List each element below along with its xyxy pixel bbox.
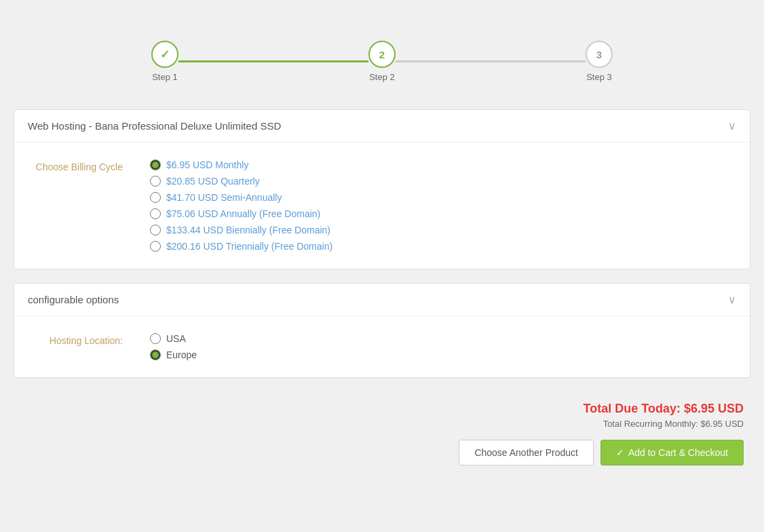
add-to-cart-label: Add to Cart & Checkout [628, 447, 728, 458]
billing-option-triennially[interactable]: $200.16 USD Triennially (Free Domain) [150, 241, 332, 252]
billing-label-semiannually[interactable]: $41.70 USD Semi-Annually [166, 192, 282, 203]
product-section: Web Hosting - Bana Professional Deluxe U… [14, 109, 750, 269]
config-section-body: Hosting Location: USA Europe [14, 316, 750, 377]
step-line-1 [178, 60, 368, 62]
location-options: USA Europe [150, 333, 197, 360]
step-2: 2 Step 2 [368, 41, 396, 82]
total-recurring: Total Recurring Monthly: $6.95 USD [603, 419, 744, 429]
step-3: 3 Step 3 [586, 41, 613, 82]
config-section: configurable options ∨ Hosting Location:… [14, 283, 750, 378]
product-chevron-icon: ∨ [728, 119, 736, 132]
location-label-usa[interactable]: USA [166, 333, 186, 344]
step-line-2 [396, 60, 586, 62]
billing-options: $6.95 USD Monthly $20.85 USD Quarterly $… [150, 159, 332, 252]
step-2-label: Step 2 [369, 72, 395, 82]
total-due-label: Total Due Today: [584, 402, 681, 415]
choose-another-product-button[interactable]: Choose Another Product [459, 440, 594, 466]
location-radio-europe[interactable] [150, 349, 161, 360]
billing-option-annually[interactable]: $75.06 USD Annually (Free Domain) [150, 208, 332, 219]
product-section-body: Choose Billing Cycle $6.95 USD Monthly $… [14, 142, 750, 269]
billing-row: Choose Billing Cycle $6.95 USD Monthly $… [35, 159, 729, 252]
step-1-check: ✓ [160, 48, 170, 62]
billing-radio-semiannually[interactable] [150, 192, 161, 203]
billing-radio-biennially[interactable] [150, 225, 161, 235]
hosting-location-label: Hosting Location: [35, 333, 123, 346]
config-section-title: configurable options [28, 294, 119, 305]
product-section-header[interactable]: Web Hosting - Bana Professional Deluxe U… [14, 110, 750, 142]
location-option-europe[interactable]: Europe [150, 349, 197, 360]
step-1: ✓ Step 1 [151, 41, 178, 82]
config-row: Hosting Location: USA Europe [35, 333, 729, 360]
billing-option-monthly[interactable]: $6.95 USD Monthly [150, 159, 332, 170]
billing-label-annually[interactable]: $75.06 USD Annually (Free Domain) [166, 208, 320, 219]
billing-option-quarterly[interactable]: $20.85 USD Quarterly [150, 176, 332, 187]
billing-label-triennially[interactable]: $200.16 USD Triennially (Free Domain) [166, 241, 332, 252]
product-section-title: Web Hosting - Bana Professional Deluxe U… [28, 120, 281, 132]
cart-check-icon: ✓ [616, 447, 624, 458]
config-chevron-icon: ∨ [728, 293, 736, 306]
billing-radio-quarterly[interactable] [150, 176, 161, 187]
location-label-europe[interactable]: Europe [166, 349, 197, 360]
add-to-cart-button[interactable]: ✓ Add to Cart & Checkout [600, 440, 744, 466]
billing-radio-monthly[interactable] [150, 159, 161, 170]
step-1-circle: ✓ [151, 41, 178, 68]
page-container: ✓ Step 1 2 Step 2 3 Step 3 Web Hosting -… [14, 20, 750, 479]
billing-radio-annually[interactable] [150, 208, 161, 219]
step-3-label: Step 3 [586, 72, 612, 82]
billing-label-quarterly[interactable]: $20.85 USD Quarterly [166, 176, 260, 187]
footer: Total Due Today: $6.95 USD Total Recurri… [14, 392, 750, 479]
total-due-amount: $6.95 USD [684, 402, 744, 415]
step-3-circle: 3 [586, 41, 613, 68]
location-radio-usa[interactable] [150, 333, 161, 344]
billing-option-semiannually[interactable]: $41.70 USD Semi-Annually [150, 192, 332, 203]
step-1-label: Step 1 [152, 72, 178, 82]
location-option-usa[interactable]: USA [150, 333, 197, 344]
stepper: ✓ Step 1 2 Step 2 3 Step 3 [14, 20, 750, 109]
billing-label-monthly[interactable]: $6.95 USD Monthly [166, 159, 248, 170]
billing-radio-triennially[interactable] [150, 241, 161, 252]
config-section-header[interactable]: configurable options ∨ [14, 284, 750, 316]
footer-buttons: Choose Another Product ✓ Add to Cart & C… [459, 440, 744, 466]
step-2-circle: 2 [368, 41, 396, 68]
total-due: Total Due Today: $6.95 USD [584, 402, 744, 416]
step-3-num: 3 [596, 49, 602, 60]
billing-label-biennially[interactable]: $133.44 USD Biennially (Free Domain) [166, 225, 330, 235]
step-2-num: 2 [379, 49, 385, 60]
billing-cycle-label: Choose Billing Cycle [35, 159, 123, 172]
billing-option-biennially[interactable]: $133.44 USD Biennially (Free Domain) [150, 225, 332, 235]
